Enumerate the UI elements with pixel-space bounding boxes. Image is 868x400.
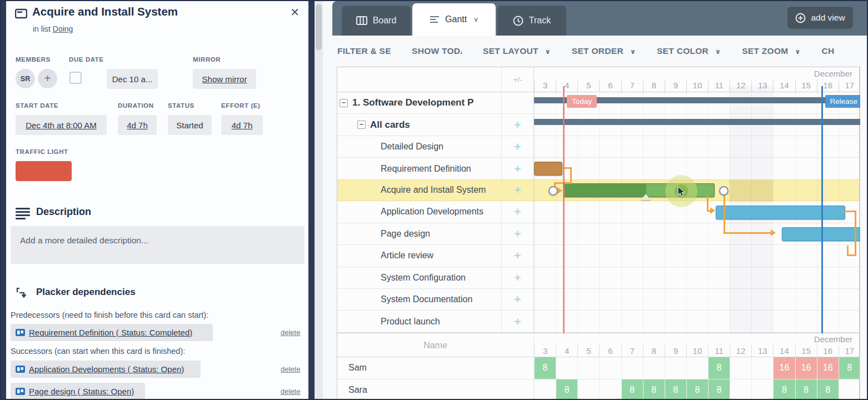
- day-header-cell: 5: [577, 345, 599, 357]
- close-icon[interactable]: ✕: [290, 6, 300, 19]
- delete-successor-1-link[interactable]: delete: [281, 365, 300, 373]
- duration-label: DURATION: [118, 102, 154, 109]
- add-card-button[interactable]: +: [514, 140, 521, 153]
- weekend-shade-highlight: [730, 180, 751, 202]
- load-cell: 8: [773, 379, 795, 400]
- gantt-bar-application-developments[interactable]: [716, 206, 845, 219]
- load-cell: [839, 379, 860, 400]
- collapse-toggle-icon[interactable]: −: [340, 99, 348, 107]
- add-card-button[interactable]: +: [514, 293, 521, 306]
- successor-link-1[interactable]: Application Developments ( Status: Open): [11, 361, 201, 378]
- tab-board[interactable]: Board: [342, 6, 411, 36]
- add-card-button[interactable]: +: [514, 162, 521, 176]
- add-card-button[interactable]: +: [514, 249, 521, 262]
- resource-day-header-row: 34567891011121314151617: [534, 345, 860, 357]
- toolbar-item[interactable]: SET ZOOM∨: [742, 46, 800, 56]
- avatar[interactable]: SR: [16, 69, 35, 88]
- add-card-button[interactable]: +: [514, 271, 521, 284]
- mirror-label: MIRROR: [193, 56, 221, 63]
- toolbar-item[interactable]: SET COLOR∨: [657, 46, 721, 56]
- due-date-checkbox[interactable]: [69, 72, 82, 84]
- bar-start-handle[interactable]: [548, 186, 558, 196]
- predecessor-link-label: Requirement Definition ( Status: Complet…: [29, 328, 192, 337]
- effort-button[interactable]: 4d 7h: [221, 115, 263, 135]
- due-date-button[interactable]: Dec 10 a...: [107, 69, 158, 89]
- successors-label: Successors (can start when this card is …: [11, 347, 185, 356]
- resource-name-header: Name: [337, 333, 534, 357]
- day-header-cell: 7: [621, 345, 643, 357]
- add-card-button[interactable]: +: [514, 315, 521, 328]
- show-mirror-button[interactable]: Show mirror: [193, 69, 256, 89]
- duration-button[interactable]: 4d 7h: [118, 115, 157, 135]
- gantt-bar-requirement-definition[interactable]: [534, 162, 562, 176]
- toolbar-item[interactable]: SET ORDER∨: [572, 46, 636, 56]
- scrollbar-thumb[interactable]: [316, 4, 322, 50]
- dependency-connector: [707, 196, 709, 212]
- vertical-scrollbar[interactable]: [315, 1, 323, 400]
- collapse-toggle-icon[interactable]: −: [357, 121, 366, 129]
- resource-header: Name December 34567891011121314151617: [337, 333, 859, 357]
- load-cell: 8: [708, 357, 730, 379]
- bar-end-handle[interactable]: [719, 186, 729, 196]
- day-header-cell: 14: [773, 345, 795, 357]
- dependency-connector: [570, 167, 572, 184]
- successor-link-2[interactable]: Page design ( Status: Open): [11, 383, 145, 400]
- load-cell: [730, 379, 751, 400]
- delete-successor-2-link[interactable]: delete: [281, 387, 300, 396]
- gantt-row-plus-cell: +: [502, 180, 534, 201]
- list-link[interactable]: Doing: [53, 24, 73, 33]
- add-card-button[interactable]: +: [514, 205, 521, 218]
- predecessor-link[interactable]: Requirement Definition ( Status: Complet…: [11, 324, 213, 341]
- gantt-bar-all-cards-summary[interactable]: [534, 119, 860, 125]
- release-label: Release: [825, 95, 860, 108]
- card-detail-panel: Acquire and Install System ✕ in list Doi…: [6, 1, 308, 400]
- dependencies-title: Placker dependencies: [36, 287, 136, 298]
- gantt-row-name: −Detailed Design: [337, 136, 502, 157]
- add-card-button[interactable]: +: [514, 118, 521, 132]
- day-header-cell: 10: [686, 345, 708, 357]
- load-cell: 8: [708, 379, 730, 400]
- predecessors-label: Predecessors (need to finish before this…: [11, 311, 208, 319]
- load-cell: [577, 357, 599, 379]
- trello-board-icon: [16, 388, 25, 395]
- add-view-label: add view: [811, 13, 845, 23]
- load-cell: 8: [817, 379, 839, 400]
- add-card-button[interactable]: +: [514, 227, 521, 241]
- app-window: Acquire and Install System ✕ in list Doi…: [0, 0, 868, 400]
- gantt-row-plus-cell: +: [502, 201, 534, 222]
- toolbar-item[interactable]: CH∨: [822, 46, 834, 56]
- day-header-cell: 6: [599, 345, 621, 357]
- add-view-button[interactable]: add view: [787, 7, 853, 29]
- traffic-light-swatch[interactable]: [16, 161, 72, 181]
- gantt-icon: [430, 16, 440, 23]
- resource-row-sam[interactable]: Sam 881616168: [337, 357, 859, 379]
- delete-predecessor-link[interactable]: delete: [281, 328, 300, 337]
- start-date-button[interactable]: Dec 4th at 8:00 AM: [16, 115, 107, 135]
- gantt-row-name: −Article review: [337, 245, 502, 266]
- successor-link-1-label: Application Developments ( Status: Open): [29, 364, 184, 374]
- load-cell: 8: [665, 379, 686, 400]
- add-member-button[interactable]: +: [38, 69, 57, 88]
- day-header-cell: 9: [665, 345, 686, 357]
- dependency-arrow-icon: [771, 229, 776, 236]
- add-card-button[interactable]: +: [514, 183, 521, 197]
- toolbar-item[interactable]: SET LAYOUT∨: [483, 46, 551, 56]
- toolbar-item[interactable]: FILTER & SET∨: [337, 46, 391, 56]
- resource-load-cells: 888888888: [534, 379, 860, 400]
- progress-drag-handle[interactable]: [641, 194, 651, 200]
- effort-label: EFFORT (E): [221, 102, 261, 109]
- description-input[interactable]: Add a more detailed description...: [11, 226, 305, 264]
- load-cell: [556, 357, 577, 379]
- tab-track[interactable]: Track: [497, 6, 566, 36]
- resource-row-sara[interactable]: Sara 888888888: [337, 379, 859, 400]
- toolbar-item[interactable]: SHOW TODAY∨: [412, 46, 462, 56]
- resource-timeline-header: December 34567891011121314151617: [534, 333, 860, 357]
- dependency-arrow-icon: [710, 207, 715, 214]
- status-button[interactable]: Started: [168, 115, 212, 135]
- plus-circle-icon: [795, 13, 806, 23]
- day-header-cell: 3: [534, 345, 556, 357]
- chevron-down-icon: ∨: [630, 48, 636, 56]
- dependency-icon: [16, 287, 28, 301]
- tab-gantt[interactable]: Gantt ∨: [412, 3, 496, 36]
- chevron-down-icon[interactable]: ∨: [473, 16, 478, 23]
